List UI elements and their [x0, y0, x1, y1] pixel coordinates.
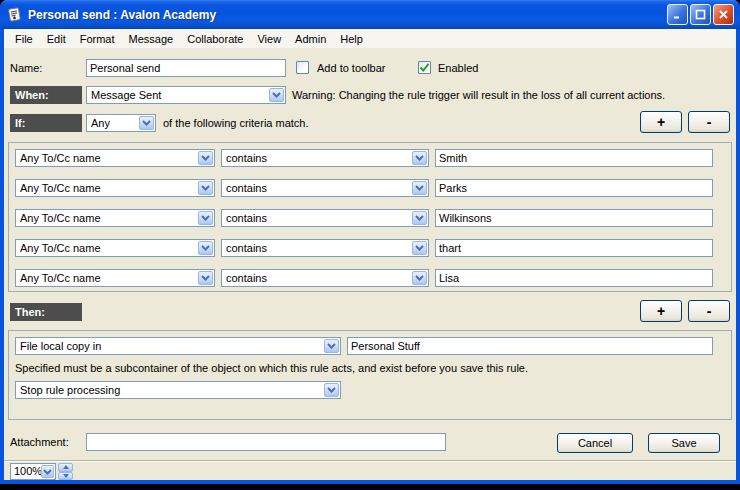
criterion-field-value: Any To/Cc name — [20, 242, 101, 254]
dropdown-arrow-icon — [198, 241, 213, 255]
criterion-operator-select[interactable]: contains — [221, 179, 429, 197]
menu-item-help[interactable]: Help — [333, 31, 370, 47]
action-note: Specified must be a subcontainer of the … — [15, 362, 528, 374]
when-section-label: When: — [10, 86, 82, 104]
dropdown-arrow-icon — [324, 339, 339, 353]
criteria-groupbox: Any To/Cc name contains Any To/Cc name — [8, 142, 732, 292]
dropdown-arrow-icon — [269, 88, 284, 102]
if-match-suffix: of the following criteria match. — [163, 117, 309, 129]
enabled-checkbox[interactable] — [418, 61, 431, 74]
criterion-field-select[interactable]: Any To/Cc name — [15, 209, 215, 227]
actions-groupbox: File local copy in Specified must be a s… — [8, 330, 732, 420]
menu-item-message[interactable]: Message — [122, 31, 181, 47]
criterion-operator-value: contains — [226, 182, 267, 194]
post-action-select[interactable]: Stop rule processing — [15, 381, 341, 399]
if-section-label: If: — [10, 114, 82, 132]
check-icon — [419, 62, 430, 73]
criterion-operator-select[interactable]: contains — [221, 269, 429, 287]
close-button[interactable] — [713, 4, 734, 25]
when-trigger-select[interactable]: Message Sent — [86, 86, 286, 104]
zoom-decrease-button[interactable] — [58, 472, 73, 481]
name-input[interactable] — [86, 59, 286, 77]
arrow-up-icon — [63, 465, 69, 469]
if-match-value: Any — [91, 117, 110, 129]
criterion-operator-value: contains — [226, 272, 267, 284]
criterion-field-value: Any To/Cc name — [20, 152, 101, 164]
menu-item-admin[interactable]: Admin — [288, 31, 333, 47]
add-to-toolbar-label: Add to toolbar — [317, 62, 386, 74]
dropdown-arrow-icon — [412, 211, 427, 225]
action-target-input[interactable] — [347, 337, 713, 355]
close-icon — [718, 9, 729, 20]
menu-item-file[interactable]: File — [8, 31, 40, 47]
action-type-value: File local copy in — [20, 340, 101, 352]
app-icon — [6, 6, 23, 23]
criterion-operator-select[interactable]: contains — [221, 239, 429, 257]
zoom-spinner — [58, 463, 73, 480]
criterion-field-value: Any To/Cc name — [20, 182, 101, 194]
remove-action-button[interactable]: - — [688, 300, 730, 322]
add-criterion-button[interactable]: + — [640, 111, 682, 133]
add-action-button[interactable]: + — [640, 300, 682, 322]
maximize-icon — [695, 9, 706, 20]
dropdown-arrow-icon — [41, 465, 54, 478]
dropdown-arrow-icon — [412, 151, 427, 165]
criterion-operator-select[interactable]: contains — [221, 149, 429, 167]
enabled-label: Enabled — [438, 62, 478, 74]
attachment-label: Attachment: — [10, 436, 69, 448]
criterion-field-value: Any To/Cc name — [20, 212, 101, 224]
zoom-level-value: 100% — [14, 465, 42, 477]
window-controls — [667, 4, 734, 25]
criterion-field-select[interactable]: Any To/Cc name — [15, 239, 215, 257]
minimize-icon — [672, 9, 683, 20]
criterion-field-select[interactable]: Any To/Cc name — [15, 269, 215, 287]
dropdown-arrow-icon — [198, 271, 213, 285]
zoom-increase-button[interactable] — [58, 463, 73, 472]
criterion-operator-select[interactable]: contains — [221, 209, 429, 227]
menu-item-collaborate[interactable]: Collaborate — [180, 31, 250, 47]
cancel-button[interactable]: Cancel — [557, 433, 633, 453]
if-match-select[interactable]: Any — [86, 114, 156, 132]
criterion-operator-value: contains — [226, 242, 267, 254]
save-button[interactable]: Save — [648, 433, 720, 453]
menubar: File Edit Format Message Collaborate Vie… — [4, 29, 736, 48]
criterion-value-input[interactable] — [435, 179, 713, 197]
when-trigger-value: Message Sent — [91, 89, 161, 101]
menu-item-view[interactable]: View — [250, 31, 288, 47]
then-section-label: Then: — [10, 303, 82, 321]
criterion-value-input[interactable] — [435, 209, 713, 227]
window-title: Personal send : Avalon Academy — [28, 8, 667, 22]
dropdown-arrow-icon — [324, 383, 339, 397]
dropdown-arrow-icon — [412, 181, 427, 195]
menu-item-edit[interactable]: Edit — [40, 31, 73, 47]
criterion-field-select[interactable]: Any To/Cc name — [15, 149, 215, 167]
screen-bottom-strip — [0, 484, 740, 490]
post-action-value: Stop rule processing — [20, 384, 120, 396]
rule-form: Name: Add to toolbar Enabled When: Messa… — [4, 48, 736, 460]
dropdown-arrow-icon — [198, 151, 213, 165]
maximize-button[interactable] — [690, 4, 711, 25]
criterion-value-input[interactable] — [435, 269, 713, 287]
criterion-value-input[interactable] — [435, 239, 713, 257]
criterion-value-input[interactable] — [435, 149, 713, 167]
criterion-field-value: Any To/Cc name — [20, 272, 101, 284]
action-type-select[interactable]: File local copy in — [15, 337, 341, 355]
trigger-warning-text: Warning: Changing the rule trigger will … — [292, 89, 665, 101]
minimize-button[interactable] — [667, 4, 688, 25]
titlebar: Personal send : Avalon Academy — [0, 0, 740, 29]
menu-item-format[interactable]: Format — [73, 31, 122, 47]
add-to-toolbar-checkbox[interactable] — [296, 61, 309, 74]
zoom-level-select[interactable]: 100% — [10, 463, 56, 480]
criterion-field-select[interactable]: Any To/Cc name — [15, 179, 215, 197]
remove-criterion-button[interactable]: - — [688, 111, 730, 133]
dropdown-arrow-icon — [412, 241, 427, 255]
dropdown-arrow-icon — [412, 271, 427, 285]
dropdown-arrow-icon — [198, 211, 213, 225]
dropdown-arrow-icon — [198, 181, 213, 195]
criterion-operator-value: contains — [226, 152, 267, 164]
name-label: Name: — [10, 62, 42, 74]
dropdown-arrow-icon — [139, 116, 154, 130]
attachment-input[interactable] — [86, 433, 446, 451]
arrow-down-icon — [63, 474, 69, 478]
rule-editor-window: Personal send : Avalon Academy File Edit… — [0, 0, 740, 484]
